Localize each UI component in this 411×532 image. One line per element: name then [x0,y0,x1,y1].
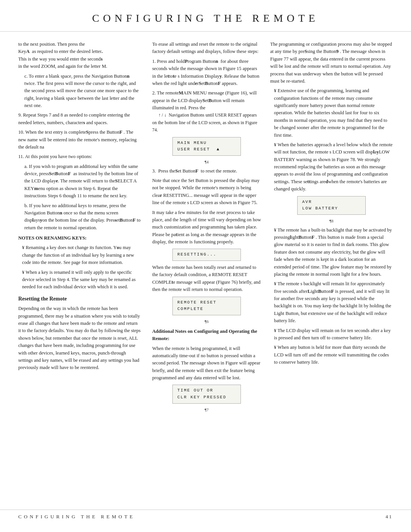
right-bullets: Extensive use of the programming, learni… [274,87,393,193]
left-step11: 11. At this point you have two options: [18,153,141,160]
middle-step3-note: Note that once the Set Button is pressed… [152,177,261,207]
right-bullet-2: When the batteries approach a level belo… [274,141,393,193]
right-column: The programming or configuration process… [266,41,393,415]
right-bullet-6: When any button is held for more than th… [274,344,393,366]
middle-step1: 1. Press and holdProgram Buttonn for abo… [152,58,261,88]
additional-heading: Additional Notes on Configuring and Oper… [152,328,261,343]
right-bullet-5: The LCD display will remain on for ten s… [274,327,393,342]
lcd-remote-reset: REMOTE RESET COMPLETE [172,297,241,315]
right-intro: The programming or configuration process… [270,41,393,85]
footer-left: CONFIGURING THE REMOTE [18,514,135,520]
fig74-label: ¶4 [152,159,261,165]
notes-list: Renaming a key does not change its funct… [22,244,141,291]
middle-step4: When the remote has been totally reset a… [152,264,261,294]
notes-heading: NOTES ON RENAMING KEYS: [18,235,141,242]
page-footer: CONFIGURING THE REMOTE 41 [0,510,411,520]
left-column: to the next position. Then press the Key… [18,41,148,415]
middle-column: To erase all settings and reset the remo… [148,41,266,415]
middle-step3-note2: It may take a few minutes for the reset … [152,209,261,246]
left-b-item: b. If you have no additional keys to ren… [24,202,141,232]
right-bullets-2: The remote has a built-in backlight that… [274,227,393,366]
reset-para: Depending on the way in which the remote… [18,305,141,371]
left-a-item: a. If you wish to program an additional … [24,163,141,200]
fig78-label: ¶8 [270,218,393,224]
fig77-label: ¶7 [152,407,261,413]
right-bullet-3: The remote has a built-in backlight that… [274,227,393,278]
middle-intro: To erase all settings and reset the remo… [152,41,261,56]
right-bullet-1: Extensive use of the programming, learni… [274,87,393,139]
footer-right: 41 [386,514,393,520]
middle-step2: 2. The remoteMAIN MENU message (Figure 1… [152,89,261,134]
lcd-timeout: TIME OUT OR CLR KEY PRESSED [172,385,241,403]
middle-step3-press: 3. Press theSet ButtonF to reset the rem… [152,168,261,175]
note-1: Renaming a key does not change its funct… [22,244,141,266]
left-c-item: c. To enter a blank space, press the Nav… [24,73,141,110]
additional-note1: When the remote is being programmed, it … [152,345,261,382]
lcd-main-menu: MAIN MENU USER RESET ▲ [172,137,241,156]
reset-heading: Resetting the Remote [18,295,141,303]
fig76-label: ¶6 [152,318,261,325]
lcd-resetting: RESETTING... [172,249,241,261]
note-2: When a key is renamed it will only apply… [22,269,141,291]
left-intro-1: to the next position. Then press the Key… [18,41,141,70]
page-title: CONFIGURING THE REMOTE [0,0,411,32]
lcd-avr-battery: AVR LOW BATTERY [297,196,366,215]
left-step10: 10. When the text entry is completeSpres… [18,129,141,151]
right-bullet-4: The remote s backlight will remain lit f… [274,280,393,324]
left-step9: 9. Repeat Steps 7 and 8 as needed to com… [18,112,141,126]
